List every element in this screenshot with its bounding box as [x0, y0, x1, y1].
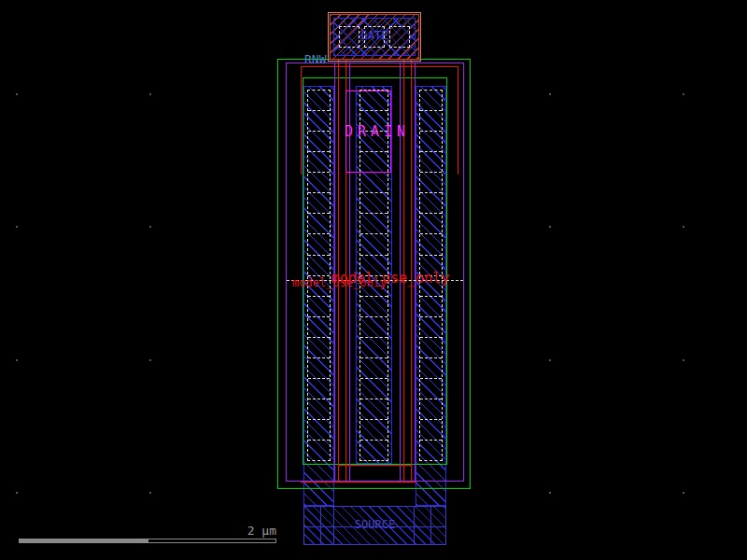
grid-dot — [16, 492, 18, 494]
source-label: SOURCE — [303, 519, 446, 530]
grid-dot — [683, 492, 684, 494]
scalebar-filled — [19, 539, 148, 543]
grid-dot — [16, 93, 18, 95]
grid-dot — [549, 492, 551, 494]
watermark-right: model_use_only — [331, 272, 449, 286]
layout-viewer-canvas[interactable]: RNW GATE DRAIN model_use_only model_use_… — [0, 0, 747, 560]
grid-dot — [549, 93, 551, 95]
grid-dot — [683, 93, 684, 95]
grid-dot — [549, 359, 551, 361]
grid-dot — [16, 359, 18, 361]
drain-label: DRAIN — [309, 125, 445, 139]
well-label: RNW — [304, 53, 326, 65]
poly-bottom-bus — [338, 465, 412, 466]
grid-dot — [549, 226, 551, 228]
grid-dot — [683, 359, 684, 361]
grid-dot — [149, 226, 151, 228]
poly-bottom-bus — [301, 482, 416, 483]
grid-dot — [149, 93, 151, 95]
scalebar-outline — [148, 539, 276, 543]
scalebar-label: 2 µm — [213, 525, 276, 537]
grid-dot — [683, 226, 684, 228]
gate-label: GATE — [328, 30, 421, 41]
grid-dot — [149, 492, 151, 494]
grid-dot — [16, 226, 18, 228]
grid-dot — [149, 359, 151, 361]
